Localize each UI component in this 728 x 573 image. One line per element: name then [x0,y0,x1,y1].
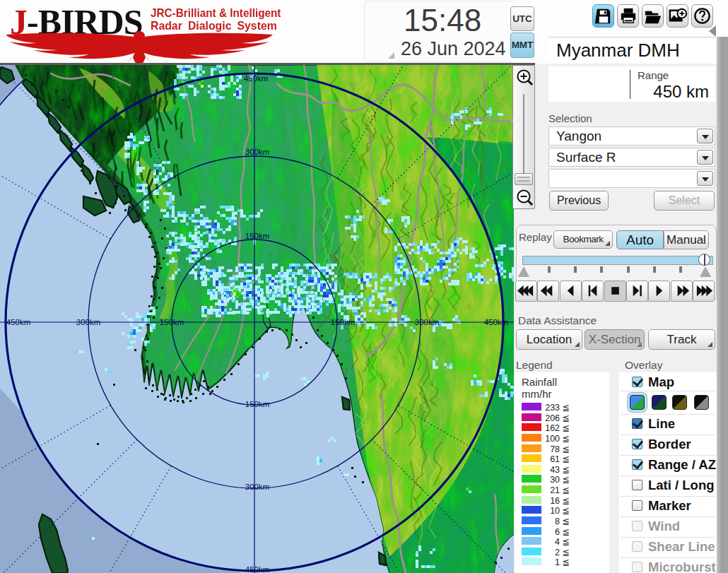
svg-text:450km: 450km [484,318,509,326]
svg-text:300km: 300km [245,483,270,491]
svg-text:150km: 150km [331,318,356,326]
svg-text:150km: 150km [160,318,184,326]
svg-text:150km: 150km [245,232,270,240]
svg-text:300km: 300km [76,318,101,326]
svg-text:450km: 450km [245,565,270,573]
svg-text:450km: 450km [6,318,31,326]
svg-text:450km: 450km [244,74,269,83]
svg-text:300km: 300km [415,318,440,326]
svg-text:300km: 300km [245,148,270,156]
svg-text:150km: 150km [245,400,270,408]
